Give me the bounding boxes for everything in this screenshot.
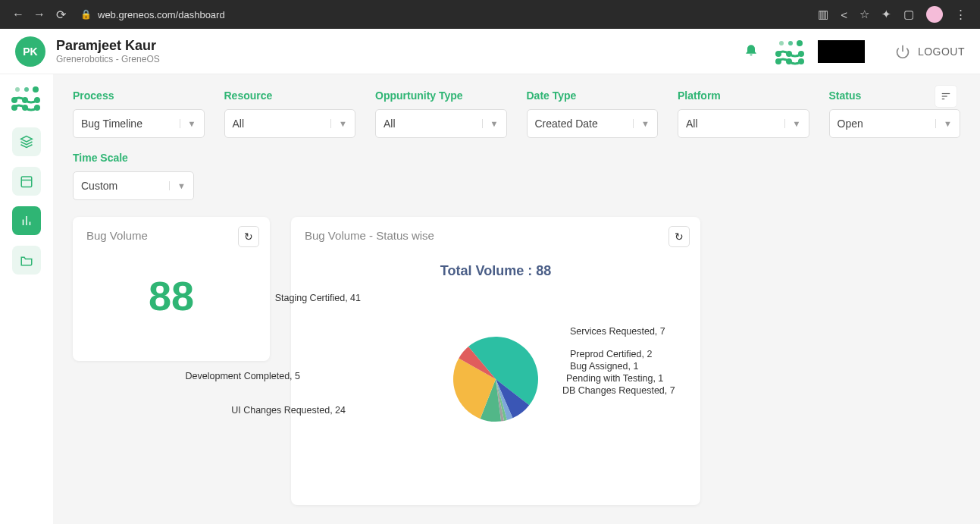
filter-timescale-select[interactable]: Custom▼: [73, 171, 194, 200]
sidebar-item-calendar[interactable]: [12, 167, 41, 196]
folder-icon: [20, 253, 33, 267]
redacted-box: [818, 40, 865, 63]
svg-point-13: [22, 97, 28, 103]
filter-process: Process Bug Timeline▼: [73, 89, 205, 138]
svg-point-11: [33, 86, 39, 93]
svg-point-0: [779, 41, 784, 45]
svg-point-12: [11, 97, 17, 103]
calendar-icon: [20, 174, 33, 188]
svg-point-16: [22, 105, 28, 111]
filter-resource: Resource All▼: [224, 89, 356, 138]
sort-button[interactable]: [935, 85, 957, 108]
svg-point-14: [34, 97, 40, 103]
pie-slice-label: Preprod Certified, 2: [570, 349, 652, 359]
filter-date-type-label: Date Type: [527, 89, 659, 102]
brand-logo-icon: [774, 37, 807, 66]
chevron-down-icon: ▼: [784, 119, 801, 128]
extension-icon[interactable]: ▥: [818, 8, 828, 21]
filter-date-type-select[interactable]: Created Date▼: [527, 109, 659, 138]
pie-slice-label: DB Changes Requested, 7: [562, 385, 675, 396]
chevron-down-icon: ▼: [482, 119, 499, 128]
chevron-down-icon: ▼: [169, 181, 186, 190]
layers-icon: [20, 135, 33, 149]
browser-reload-button[interactable]: ⟳: [50, 4, 71, 25]
sidebar: [0, 74, 53, 524]
filter-resource-select[interactable]: All▼: [224, 109, 356, 138]
puzzle-icon[interactable]: ✦: [881, 8, 891, 21]
sidebar-item-files[interactable]: [12, 246, 41, 275]
user-org: Grenerobotics - GreneOS: [56, 54, 160, 64]
logout-label: LOGOUT: [918, 45, 965, 58]
pie-slice-label: Services Requested, 7: [570, 326, 665, 337]
card-bug-volume-status-title: Bug Volume - Status wise: [305, 229, 687, 242]
pie-chart: Staging Certified, 41Services Requested,…: [305, 293, 687, 490]
sidebar-logo-icon: [10, 83, 43, 112]
browser-chrome-bar: ← → ⟳ 🔒 web.greneos.com/dashboard ▥ < ☆ …: [0, 0, 980, 29]
card-bug-volume-title: Bug Volume: [86, 229, 256, 242]
app-header: PK Paramjeet Kaur Grenerobotics - GreneO…: [0, 29, 980, 74]
user-avatar[interactable]: PK: [15, 36, 45, 67]
chevron-down-icon: ▼: [633, 119, 650, 128]
filter-platform: Platform All▼: [678, 89, 809, 138]
chevron-down-icon: ▼: [180, 119, 196, 128]
filter-opportunity-type: Oppurtunity Type All▼: [375, 89, 507, 138]
filter-platform-label: Platform: [678, 89, 809, 102]
svg-point-1: [788, 41, 793, 45]
browser-url-bar[interactable]: 🔒 web.greneos.com/dashboard: [80, 9, 818, 20]
bug-volume-value: 88: [86, 272, 256, 319]
user-name: Paramjeet Kaur: [56, 38, 160, 54]
svg-point-9: [15, 87, 20, 92]
svg-point-2: [797, 40, 803, 46]
filter-process-select[interactable]: Bug Timeline▼: [73, 109, 205, 138]
sidebar-item-analytics[interactable]: [12, 206, 41, 235]
card-bug-volume: Bug Volume ↻ 88: [73, 217, 270, 361]
power-icon: [895, 44, 910, 59]
sidebar-item-layers[interactable]: [12, 127, 41, 156]
filter-platform-select[interactable]: All▼: [678, 109, 809, 138]
pie-slice-label: Bug Assigned, 1: [570, 361, 638, 372]
pie-slice-label: UI Changes Requested, 24: [231, 405, 346, 416]
svg-point-4: [786, 51, 792, 57]
star-icon[interactable]: ☆: [859, 8, 869, 21]
svg-point-15: [11, 105, 17, 111]
svg-point-7: [786, 58, 792, 64]
refresh-bug-volume-button[interactable]: ↻: [238, 226, 259, 247]
browser-back-button[interactable]: ←: [8, 4, 29, 25]
share-icon[interactable]: <: [841, 8, 847, 21]
svg-rect-19: [21, 177, 32, 187]
kebab-menu-icon[interactable]: ⋮: [955, 8, 966, 21]
filter-process-label: Process: [73, 89, 205, 102]
svg-point-3: [775, 51, 781, 57]
filter-timescale-label: Time Scale: [73, 152, 960, 164]
browser-forward-button[interactable]: →: [29, 4, 50, 25]
filter-date-type: Date Type Created Date▼: [527, 89, 659, 138]
svg-marker-18: [21, 136, 33, 143]
profile-avatar-icon[interactable]: [926, 6, 943, 23]
filter-timescale: Time Scale Custom▼: [73, 152, 960, 200]
svg-point-17: [34, 105, 40, 111]
svg-point-8: [798, 58, 804, 64]
filter-opportunity-type-select[interactable]: All▼: [375, 109, 507, 138]
svg-point-6: [775, 58, 781, 64]
bar-chart-icon: [20, 214, 33, 227]
chevron-down-icon: ▼: [935, 119, 952, 128]
svg-point-10: [24, 87, 29, 92]
pie-total-label: Total Volume : 88: [305, 263, 687, 279]
tab-icon[interactable]: ▢: [903, 8, 914, 21]
pie-slice-label: Staging Certified, 41: [275, 293, 361, 303]
notifications-bell-icon[interactable]: [744, 42, 759, 61]
pie-slice-label: Development Completed, 5: [186, 371, 300, 381]
filter-opportunity-type-label: Oppurtunity Type: [375, 89, 507, 102]
sort-icon: [941, 91, 951, 102]
chevron-down-icon: ▼: [330, 119, 347, 128]
svg-point-5: [798, 51, 804, 57]
filter-resource-label: Resource: [224, 89, 356, 102]
filter-status-select[interactable]: Open▼: [829, 109, 961, 138]
pie-slice-label: Pending with Testing, 1: [566, 373, 663, 384]
browser-url-text: web.greneos.com/dashboard: [98, 9, 225, 20]
logout-button[interactable]: LOGOUT: [895, 44, 965, 59]
content-area: Process Bug Timeline▼ Resource All▼ Oppu…: [53, 74, 980, 524]
lock-icon: 🔒: [80, 9, 92, 20]
card-bug-volume-status: Bug Volume - Status wise ↻ Total Volume …: [291, 217, 700, 505]
refresh-bug-volume-status-button[interactable]: ↻: [668, 226, 690, 247]
